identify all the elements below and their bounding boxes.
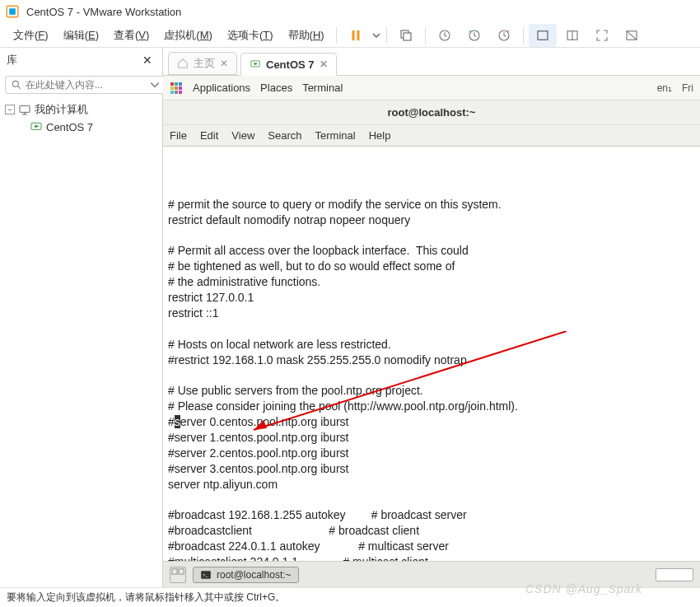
svg-rect-29 xyxy=(170,91,174,94)
terminal-line: #multicastclient 224.0.1.1 # multicast c… xyxy=(168,554,695,561)
terminal-line: #server 2.centos.pool.ntp.org iburst xyxy=(168,446,695,461)
svg-rect-3 xyxy=(357,30,359,40)
taskbar-terminal-button[interactable]: >_ root@localhost:~ xyxy=(193,567,299,583)
term-menu-help[interactable]: Help xyxy=(369,129,391,142)
day-indicator: Fri xyxy=(682,82,693,94)
separator xyxy=(523,27,524,44)
clock-icon-3[interactable] xyxy=(490,24,518,47)
term-menu-edit[interactable]: Edit xyxy=(200,129,218,142)
svg-rect-35 xyxy=(179,568,184,573)
term-menu-search[interactable]: Search xyxy=(268,129,301,142)
menu-edit[interactable]: 编辑(E) xyxy=(57,25,105,46)
svg-rect-27 xyxy=(175,86,178,90)
terminal-line: #server 3.centos.pool.ntp.org iburst xyxy=(168,461,695,477)
tab-home[interactable]: 主页 ✕ xyxy=(168,52,237,75)
terminal-line: #server 1.centos.pool.ntp.org iburst xyxy=(168,430,695,446)
term-menu-view[interactable]: View xyxy=(231,129,254,142)
terminal-menubar: File Edit View Search Terminal Help xyxy=(163,125,700,147)
tree-child-centos[interactable]: CentOS 7 xyxy=(2,119,161,135)
lang-indicator[interactable]: en₁ xyxy=(657,82,672,94)
vm-icon xyxy=(30,120,43,133)
terminal-icon: >_ xyxy=(200,569,212,581)
clock-icon-1[interactable] xyxy=(431,24,459,47)
workspace-switcher[interactable] xyxy=(656,568,693,581)
show-desktop-icon[interactable] xyxy=(170,567,186,583)
svg-text:>_: >_ xyxy=(203,572,208,577)
terminal-body[interactable]: # permit the source to query or modify t… xyxy=(163,147,700,561)
separator xyxy=(336,27,337,44)
statusbar: 要将输入定向到该虚拟机，请将鼠标指针移入其中或按 Ctrl+G。 xyxy=(0,587,700,607)
terminal-line xyxy=(168,493,695,508)
pause-button[interactable] xyxy=(342,24,370,47)
sidebar-header: 库 ✕ xyxy=(0,48,162,72)
sidebar: 库 ✕ − 我的计算机 CentOS 7 xyxy=(0,48,163,587)
svg-line-15 xyxy=(18,86,21,89)
pause-dropdown[interactable] xyxy=(371,24,381,47)
svg-rect-31 xyxy=(179,91,182,94)
search-icon xyxy=(11,79,22,91)
terminal-window-title: root@localhost:~ xyxy=(163,100,700,125)
svg-rect-23 xyxy=(170,82,174,86)
svg-rect-5 xyxy=(404,33,411,40)
unity-icon[interactable] xyxy=(618,24,646,47)
separator xyxy=(425,27,426,44)
fullscreen-icon[interactable] xyxy=(588,24,616,47)
terminal-line xyxy=(168,321,695,337)
svg-rect-9 xyxy=(538,30,548,40)
close-icon[interactable]: ✕ xyxy=(220,58,228,69)
sidebar-tree: − 我的计算机 CentOS 7 xyxy=(0,97,162,138)
svg-rect-1 xyxy=(9,8,16,15)
close-icon[interactable]: ✕ xyxy=(320,58,328,70)
terminal-line: # Please consider joining the pool (http… xyxy=(168,399,695,414)
svg-rect-2 xyxy=(352,30,354,40)
taskbar-window-label: root@localhost:~ xyxy=(217,569,292,581)
chevron-down-icon[interactable] xyxy=(149,79,161,91)
search-input[interactable] xyxy=(26,79,149,91)
gnome-applications[interactable]: Applications xyxy=(193,82,250,94)
gnome-places[interactable]: Places xyxy=(260,82,292,94)
term-menu-terminal[interactable]: Terminal xyxy=(315,129,356,142)
view-single-icon[interactable] xyxy=(529,24,557,47)
tree-collapse-icon[interactable]: − xyxy=(5,105,15,114)
view-multi-icon[interactable] xyxy=(558,24,586,47)
window-titlebar: CentOS 7 - VMware Workstation xyxy=(0,0,700,23)
menu-file[interactable]: 文件(F) xyxy=(7,25,55,46)
terminal-line: restrict ::1 xyxy=(168,306,695,321)
search-box[interactable] xyxy=(5,76,170,94)
terminal-line xyxy=(168,367,695,383)
svg-marker-22 xyxy=(254,63,258,64)
terminal-line: # permit the source to query or modify t… xyxy=(168,197,695,212)
vm-icon xyxy=(250,58,261,70)
clock-icon-2[interactable] xyxy=(460,24,488,47)
menu-tabs[interactable]: 选项卡(T) xyxy=(221,25,280,46)
svg-line-13 xyxy=(627,30,637,40)
main-area: 库 ✕ − 我的计算机 CentOS 7 xyxy=(0,48,700,587)
tab-centos-label: CentOS 7 xyxy=(266,58,315,71)
svg-rect-26 xyxy=(170,86,174,90)
gnome-taskbar: >_ root@localhost:~ xyxy=(163,561,700,587)
tab-centos[interactable]: CentOS 7 ✕ xyxy=(240,53,337,76)
sidebar-title: 库 xyxy=(7,53,17,68)
window-title: CentOS 7 - VMware Workstation xyxy=(26,6,181,18)
terminal-line xyxy=(168,227,695,243)
term-menu-file[interactable]: File xyxy=(170,129,187,142)
content-tabs: 主页 ✕ CentOS 7 ✕ xyxy=(163,48,700,76)
vm-gnome-toolbar: Applications Places Terminal en₁ Fri xyxy=(163,76,700,100)
tree-root[interactable]: − 我的计算机 xyxy=(2,100,161,119)
terminal-line: #broadcastclient # broadcast client xyxy=(168,523,695,539)
terminal-line: # Hosts on local network are less restri… xyxy=(168,337,695,353)
home-icon xyxy=(177,58,189,69)
gnome-terminal[interactable]: Terminal xyxy=(302,82,343,94)
status-text: 要将输入定向到该虚拟机，请将鼠标指针移入其中或按 Ctrl+G。 xyxy=(7,591,285,605)
sidebar-close-icon[interactable]: ✕ xyxy=(139,54,156,67)
terminal-line: restrict 127.0.0.1 xyxy=(168,290,695,306)
menu-help[interactable]: 帮助(H) xyxy=(282,25,331,46)
snapshot-button[interactable] xyxy=(392,24,420,47)
svg-rect-25 xyxy=(179,82,182,86)
menu-view[interactable]: 查看(V) xyxy=(107,25,156,46)
svg-rect-28 xyxy=(179,86,182,90)
menu-vm[interactable]: 虚拟机(M) xyxy=(157,25,219,46)
terminal-line: restrict default nomodify notrap nopeer … xyxy=(168,212,695,228)
tree-root-label: 我的计算机 xyxy=(35,102,88,117)
terminal-line: #broadcast 192.168.1.255 autokey # broad… xyxy=(168,507,695,523)
